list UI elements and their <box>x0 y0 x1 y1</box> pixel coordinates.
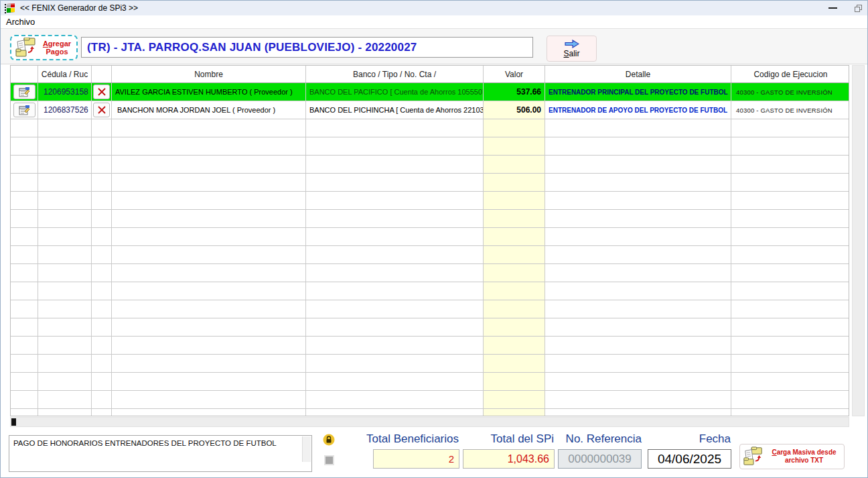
horizontal-scroll-thumb[interactable] <box>11 418 16 426</box>
cell-codigo[interactable]: 40300 - GASTO DE INVERSIÓN <box>731 83 849 101</box>
title-bar: << FENIX Generador de SPi3 >> <box>1 1 868 15</box>
restore-icon <box>855 5 862 12</box>
empty-table-row[interactable] <box>11 373 849 391</box>
salir-label: Salir <box>563 49 579 58</box>
row-delete-cell <box>92 101 112 119</box>
payments-grid: Cédula / Ruc Nombre Banco / Tipo / No. C… <box>10 65 849 416</box>
empty-table-row[interactable] <box>11 318 849 337</box>
cell-nombre[interactable]: BANCHON MORA JORDAN JOEL ( Proveedor ) <box>112 101 306 119</box>
window-title: << FENIX Generador de SPi3 >> <box>20 3 138 13</box>
empty-table-row[interactable] <box>11 210 849 228</box>
cell-codigo[interactable]: 40300 - GASTO DE INVERSIÓN <box>731 101 849 119</box>
edit-row-button[interactable] <box>13 103 35 117</box>
exit-arrow-icon <box>565 40 579 48</box>
header-detalle[interactable]: Detalle <box>545 66 731 82</box>
table-row[interactable]: 1206953158 AVILEZ GARCIA ESTIVEN HUMBERT… <box>11 83 849 101</box>
cell-valor[interactable]: 506.00 <box>484 101 545 119</box>
grid-header-row: Cédula / Ruc Nombre Banco / Tipo / No. C… <box>11 66 849 83</box>
header-nombre[interactable]: Nombre <box>112 66 306 82</box>
app-window: << FENIX Generador de SPi3 >> Archivo <box>0 0 868 478</box>
lock-icon <box>323 434 335 446</box>
fecha-field[interactable]: 04/06/2025 <box>648 449 731 469</box>
header-delete <box>92 66 112 82</box>
agregar-pagos-button[interactable]: Agregar Pagos <box>10 35 78 60</box>
lock-indicator <box>323 434 335 446</box>
row-delete-cell <box>92 83 112 101</box>
app-logo-icon <box>5 3 15 13</box>
table-row[interactable]: 1206837526 BANCHON MORA JORDAN JOEL ( Pr… <box>11 101 849 119</box>
empty-table-row[interactable] <box>11 174 849 192</box>
carga-masiva-label: Carga Masiva desde archivo TXT <box>764 449 844 465</box>
delete-row-button[interactable] <box>93 84 110 99</box>
empty-table-row[interactable] <box>11 192 849 210</box>
empty-table-row[interactable] <box>11 264 849 282</box>
no-referencia-field: 0000000039 <box>558 449 642 469</box>
empty-table-row[interactable] <box>11 228 849 246</box>
empty-table-row[interactable] <box>11 137 849 156</box>
no-referencia-label: No. Referencia <box>555 432 642 447</box>
total-spi-label: Total del SPi <box>469 432 554 447</box>
minimize-button[interactable] <box>819 1 846 15</box>
descripcion-textarea[interactable]: PAGO DE HONORARIOS ENTRENADORES DEL PROY… <box>9 435 312 472</box>
fecha-label: Fecha <box>670 432 731 447</box>
header-valor[interactable]: Valor <box>484 66 545 82</box>
cell-nombre[interactable]: AVILEZ GARCIA ESTIVEN HUMBERTO ( Proveed… <box>112 83 306 101</box>
footer-panel: PAGO DE HONORARIOS ENTRENADORES DEL PROY… <box>1 428 868 478</box>
delete-row-button[interactable] <box>93 103 110 117</box>
empty-table-row[interactable] <box>11 355 849 373</box>
descripcion-text: PAGO DE HONORARIOS ENTRENADORES DEL PROY… <box>13 439 299 447</box>
header-banco[interactable]: Banco / Tipo / No. Cta / <box>306 66 484 82</box>
add-payments-folder-icon <box>15 38 38 58</box>
descripcion-scrollbar[interactable] <box>302 436 311 462</box>
menu-archivo[interactable]: Archivo <box>1 17 40 27</box>
empty-table-row[interactable] <box>11 282 849 300</box>
empty-table-row[interactable] <box>11 409 849 416</box>
cell-banco[interactable]: BANCO DEL PICHINCHA [ Cuenta de Ahorros … <box>306 101 484 119</box>
total-spi-value: 1,043.66 <box>463 449 555 469</box>
cell-cedula[interactable]: 1206837526 <box>38 101 92 119</box>
entity-title-text: (TR) - JTA. PARROQ.SAN JUAN (PUEBLOVIEJO… <box>82 41 417 54</box>
entity-title-field[interactable]: (TR) - JTA. PARROQ.SAN JUAN (PUEBLOVIEJO… <box>81 37 533 58</box>
total-beneficiarios-value: 2 <box>373 449 459 469</box>
minimize-icon <box>828 7 837 9</box>
empty-table-row[interactable] <box>11 119 849 137</box>
cell-valor[interactable]: 537.66 <box>484 83 545 101</box>
cell-cedula[interactable]: 1206953158 <box>38 83 92 101</box>
total-beneficiarios-label: Total Beneficiarios <box>347 432 459 447</box>
empty-table-row[interactable] <box>11 300 849 318</box>
cell-detalle[interactable]: ENTRENADOR DE APOYO DEL PROYECTO DE FUTB… <box>545 101 731 119</box>
edit-row-button[interactable] <box>13 84 35 99</box>
cell-detalle[interactable]: ENTRENADOR PRINCIPAL DEL PROYECTO DE FUT… <box>545 83 731 101</box>
row-edit-cell <box>11 83 38 101</box>
header-row-selector <box>11 66 38 82</box>
menu-bar: Archivo <box>1 15 868 29</box>
empty-table-row[interactable] <box>11 156 849 174</box>
edit-icon <box>19 105 30 115</box>
delete-x-icon <box>98 88 106 96</box>
delete-x-icon <box>98 106 106 114</box>
row-edit-cell <box>11 101 38 119</box>
cell-banco[interactable]: BANCO DEL PACIFICO [ Cuenta de Ahorros 1… <box>306 83 484 101</box>
toolbar: Agregar Pagos (TR) - JTA. PARROQ.SAN JUA… <box>1 29 868 64</box>
status-square[interactable] <box>324 455 334 465</box>
grid-vertical-scrollbar[interactable] <box>852 65 865 416</box>
carga-masiva-button[interactable]: Carga Masiva desde archivo TXT <box>739 444 845 469</box>
bulk-load-folder-icon <box>743 446 764 467</box>
empty-table-row[interactable] <box>11 337 849 355</box>
grid-body: 1206953158 AVILEZ GARCIA ESTIVEN HUMBERT… <box>11 83 849 416</box>
empty-table-row[interactable] <box>11 391 849 409</box>
salir-button[interactable]: Salir <box>547 36 597 62</box>
restore-button[interactable] <box>845 1 868 15</box>
agregar-pagos-label: Agregar Pagos <box>38 40 76 56</box>
grid-empty-rows <box>11 119 849 416</box>
edit-icon <box>19 87 30 97</box>
empty-table-row[interactable] <box>11 246 849 264</box>
grid-horizontal-scrollbar[interactable] <box>10 417 849 427</box>
header-cedula[interactable]: Cédula / Ruc <box>38 66 92 82</box>
header-codigo[interactable]: Codigo de Ejecucion <box>731 66 849 82</box>
